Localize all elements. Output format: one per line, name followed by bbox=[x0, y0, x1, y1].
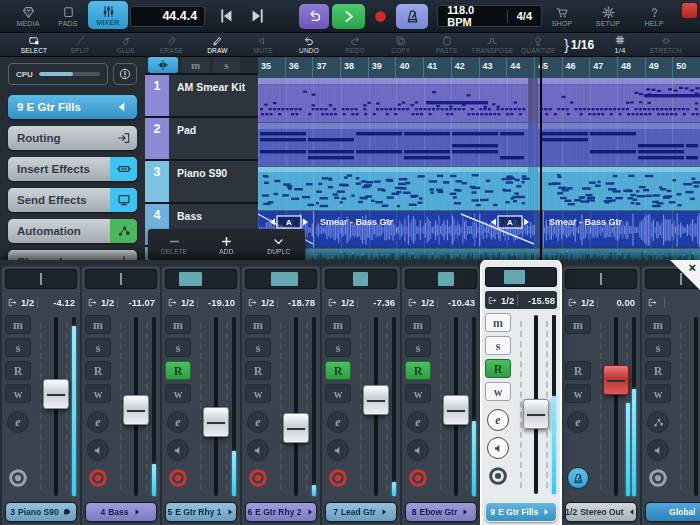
ruler-bar-44[interactable]: 44 bbox=[506, 57, 534, 78]
toolbar-button-help[interactable]: HELP bbox=[634, 1, 674, 31]
region-track-bass[interactable] bbox=[258, 211, 700, 249]
solo-button[interactable]: s bbox=[485, 336, 511, 355]
channel-label[interactable]: 5E Gtr Rhy 1 bbox=[165, 502, 237, 522]
edit-channel-button[interactable]: e bbox=[87, 411, 109, 433]
ruler-bar-35[interactable]: 35 bbox=[258, 57, 285, 78]
channel-label[interactable]: 7Lead Gtr bbox=[325, 502, 397, 522]
solo-button[interactable]: s bbox=[645, 338, 671, 357]
mute-button[interactable]: m bbox=[5, 315, 31, 334]
metronome-channel-button[interactable] bbox=[567, 467, 589, 489]
ruler-bar-50[interactable]: 50 bbox=[672, 57, 700, 78]
write-automation-button[interactable]: w bbox=[485, 382, 511, 401]
channel-output-row[interactable]: 1/2-7.36 bbox=[325, 293, 397, 311]
record-arm-button[interactable]: R bbox=[85, 361, 111, 380]
tool-glue[interactable]: GLUE bbox=[106, 35, 146, 54]
ruler-bar-42[interactable]: 42 bbox=[451, 57, 479, 78]
skip-forward-button[interactable] bbox=[246, 3, 271, 29]
edit-channel-button[interactable]: e bbox=[7, 411, 29, 433]
monitor-button[interactable] bbox=[407, 439, 429, 461]
track-action-add[interactable]: ADD bbox=[203, 235, 249, 255]
channel-label[interactable]: 4Bass bbox=[85, 502, 157, 522]
tool-select[interactable]: SELECT bbox=[14, 35, 54, 54]
inspector-section-channel[interactable]: Channel bbox=[8, 250, 137, 260]
solo-button[interactable]: s bbox=[405, 338, 431, 357]
ruler-bar-49[interactable]: 49 bbox=[645, 57, 673, 78]
playhead[interactable] bbox=[540, 57, 542, 260]
channel-output-row[interactable]: 1/20.00 bbox=[565, 293, 637, 311]
edit-channel-button[interactable]: e bbox=[407, 411, 429, 433]
channel-output-row[interactable]: 1/2-4.12 bbox=[5, 293, 77, 311]
volume-fader[interactable] bbox=[43, 379, 69, 409]
track-row[interactable]: 3Piano S90 bbox=[145, 161, 258, 204]
channel-output-row[interactable]: 1/2-11.07 bbox=[85, 293, 157, 311]
monitor-button[interactable] bbox=[167, 439, 189, 461]
record-enable-button[interactable] bbox=[487, 465, 509, 487]
record-arm-button[interactable]: R bbox=[645, 361, 671, 380]
channel-label[interactable]: 3Piano S90 bbox=[5, 502, 77, 522]
region-track-am-smear-kit[interactable] bbox=[258, 78, 700, 123]
ruler-bar-48[interactable]: 48 bbox=[617, 57, 645, 78]
write-automation-button[interactable]: w bbox=[325, 384, 351, 403]
solo-button[interactable]: s bbox=[5, 338, 31, 357]
write-automation-button[interactable]: w bbox=[565, 384, 591, 403]
ruler-bar-47[interactable]: 47 bbox=[589, 57, 617, 78]
record-enable-button[interactable] bbox=[407, 467, 429, 489]
ruler-bar-41[interactable]: 41 bbox=[423, 57, 451, 78]
ruler-bar-38[interactable]: 38 bbox=[340, 57, 368, 78]
record-arm-button[interactable]: R bbox=[405, 361, 431, 380]
channel-output-row[interactable]: 1/2-15.58 bbox=[485, 291, 557, 309]
record-arm-button[interactable]: R bbox=[245, 361, 271, 380]
record-enable-button[interactable] bbox=[7, 467, 29, 489]
track-row[interactable]: 2Pad bbox=[145, 118, 258, 161]
record-arm-button[interactable]: R bbox=[325, 361, 351, 380]
solo-button[interactable]: s bbox=[245, 338, 271, 357]
record-enable-button[interactable] bbox=[327, 467, 349, 489]
ruler-bar-37[interactable]: 37 bbox=[312, 57, 340, 78]
track-action-delete[interactable]: DELETE bbox=[151, 235, 197, 255]
channel-output-row[interactable] bbox=[645, 293, 700, 311]
tool-transpose[interactable]: TRANSPOSE bbox=[472, 35, 512, 54]
monitor-button[interactable] bbox=[87, 439, 109, 461]
toolbar-button-shop[interactable]: SHOP bbox=[542, 1, 582, 31]
monitor-button[interactable] bbox=[647, 439, 669, 461]
ruler-bar-36[interactable]: 36 bbox=[285, 57, 313, 78]
channel-label[interactable]: 9E Gtr Fills bbox=[485, 502, 557, 522]
tool-stretch[interactable]: STRETCH bbox=[646, 35, 686, 54]
pan-control[interactable] bbox=[485, 267, 557, 287]
tool-paste[interactable]: PASTE bbox=[427, 35, 467, 54]
pan-control[interactable] bbox=[5, 269, 77, 289]
pan-control[interactable] bbox=[245, 269, 317, 289]
edit-channel-button[interactable]: e bbox=[327, 411, 349, 433]
track-action-duplc[interactable]: DUPLC bbox=[256, 235, 302, 255]
track-row[interactable]: 1AM Smear Kit bbox=[145, 75, 258, 118]
volume-fader[interactable] bbox=[443, 395, 469, 425]
channel-label[interactable]: 6E Gtr Rhy 2 bbox=[245, 502, 317, 522]
mute-button[interactable]: m bbox=[165, 315, 191, 334]
edit-channel-button[interactable]: e bbox=[247, 411, 269, 433]
mute-button[interactable]: m bbox=[485, 313, 511, 332]
mute-button[interactable]: m bbox=[182, 57, 209, 73]
region-track-pad[interactable] bbox=[258, 123, 700, 167]
tempo-display[interactable]: 118.0 BPM 4/4 bbox=[437, 5, 542, 27]
edit-channel-button[interactable]: e bbox=[567, 411, 589, 433]
volume-fader[interactable] bbox=[523, 399, 549, 429]
region-track-piano[interactable] bbox=[258, 167, 700, 211]
toolbar-button-setup[interactable]: SETUP bbox=[588, 1, 628, 31]
mute-button[interactable]: m bbox=[245, 315, 271, 334]
record-arm-button[interactable]: R bbox=[565, 361, 591, 380]
tool-erase[interactable]: ERASE bbox=[152, 35, 192, 54]
solo-button[interactable]: s bbox=[213, 57, 240, 73]
selected-track-button[interactable]: 9 E Gtr Fills bbox=[8, 95, 137, 119]
tool-redo[interactable]: REDO bbox=[335, 35, 375, 54]
inspector-section-insert-effects[interactable]: Insert Effects bbox=[8, 157, 137, 181]
record-button[interactable] bbox=[370, 4, 391, 29]
solo-button[interactable]: s bbox=[85, 338, 111, 357]
record-arm-button[interactable]: R bbox=[5, 361, 31, 380]
toolbar-button-pads[interactable]: PADS bbox=[48, 1, 88, 31]
channel-label[interactable]: Global bbox=[645, 502, 700, 522]
write-automation-button[interactable]: w bbox=[165, 384, 191, 403]
channel-output-row[interactable]: 1/2-10.43 bbox=[405, 293, 477, 311]
mute-button[interactable]: m bbox=[85, 315, 111, 334]
ruler-bar-40[interactable]: 40 bbox=[395, 57, 423, 78]
mute-button[interactable]: m bbox=[645, 315, 671, 334]
